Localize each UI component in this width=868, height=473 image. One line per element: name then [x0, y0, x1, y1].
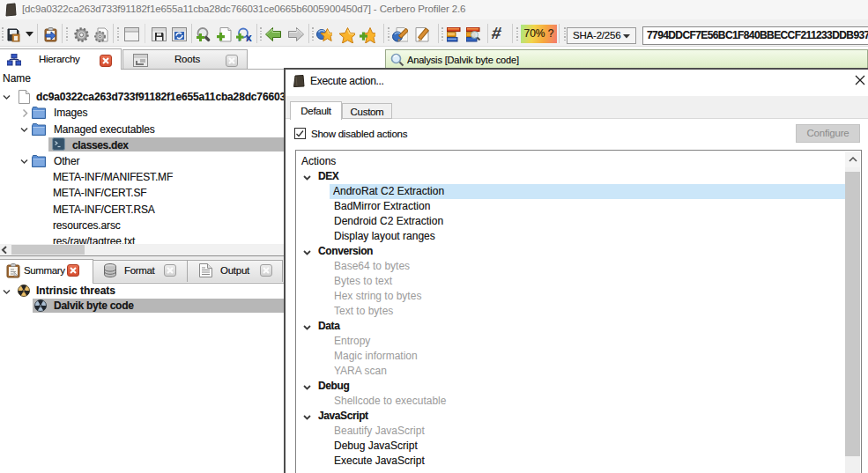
svg-text:x: x — [246, 32, 252, 43]
